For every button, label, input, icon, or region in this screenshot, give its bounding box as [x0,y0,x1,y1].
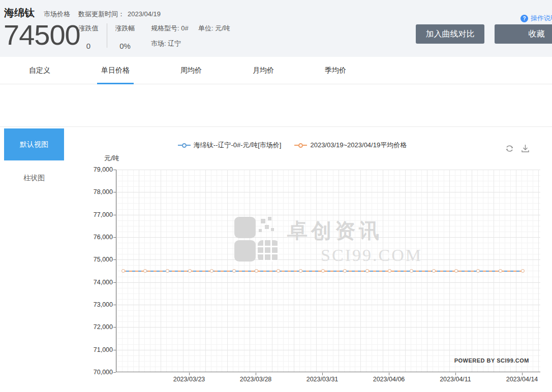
legend-marker-line [187,145,191,146]
filter-bar: 时间周期 1个月3个月1年 2023/03/19 至 2023/04/19 确定 [0,85,552,127]
add-curve-compare-button[interactable]: 加入曲线对比 [416,24,484,44]
watermark-en: SCI99.COM [321,246,422,265]
view-option-1[interactable]: 柱状图 [4,174,64,183]
data-point-marker[interactable] [321,269,325,273]
y-tick-label: 73,000 [69,301,113,308]
legend-marker-line [294,145,298,146]
y-tick-label: 72,000 [69,323,113,331]
data-point-marker[interactable] [166,269,169,273]
x-tick-mark [189,373,190,375]
x-tick-label: 2023/03/23 [164,376,214,383]
view-sidebar: 默认视图柱状图 [0,127,69,392]
update-time-label: 数据更新时间： [78,10,125,19]
data-point-marker[interactable] [343,269,347,273]
chart-legend: 海绵钛--辽宁-0#-元/吨[市场价]2023/03/19~2023/04/19… [69,141,516,150]
watermark: 卓创资讯 SCI99.COM [234,217,422,265]
data-point-marker[interactable] [388,269,391,273]
y-axis-labels: 79,00078,00077,00076,00075,00074,00073,0… [69,170,113,372]
favorite-button[interactable]: 收藏 [495,24,552,44]
update-time-value: 2023/04/19 [128,10,161,18]
data-point-marker[interactable] [188,269,192,273]
x-tick-label: 2023/04/14 [497,376,547,383]
unit-label: 单位: 元/吨 [198,24,230,33]
help-link[interactable]: ? 操作说明 [520,14,552,23]
y-tick-mark [113,305,116,305]
tab-label: 自定义 [29,66,50,75]
legend-marker-circle [298,143,303,148]
tab-label: 周均价 [180,66,202,75]
legend-item-1[interactable]: 2023/03/19~2023/04/19平均价格 [294,141,407,150]
legend-item-0[interactable]: 海绵钛--辽宁-0#-元/吨[市场价] [178,141,282,150]
x-tick-mark [455,373,456,375]
x-tick-mark [256,373,256,375]
data-point-marker[interactable] [232,269,236,273]
view-option-0[interactable]: 默认视图 [4,128,64,160]
chart-tools [505,144,530,153]
change-value: 0 [76,42,101,50]
change-pct-block: 涨跌幅 0% [113,24,137,50]
data-point-marker[interactable] [521,269,525,273]
data-point-marker[interactable] [121,269,125,273]
legend-label: 2023/03/19~2023/04/19平均价格 [310,141,407,150]
question-icon: ? [520,15,528,22]
data-point-marker[interactable] [299,269,302,273]
data-point-marker[interactable] [143,269,147,273]
y-tick-mark [113,259,116,260]
main: 默认视图柱状图 海绵钛--辽宁-0#-元/吨[市场价]2023/03/19~20… [0,127,552,392]
tab-2[interactable]: 周均价 [180,57,202,84]
powered-by-label: POWERED BY SCI99.COM [454,357,529,364]
y-tick-label: 74,000 [69,279,113,286]
y-tick-mark [113,327,116,328]
y-tick-label: 79,000 [69,166,113,173]
header: 海绵钛 市场价格 数据更新时间： 2023/04/19 ? 操作说明 74500… [0,0,552,57]
watermark-cn: 卓创资讯 [287,217,422,245]
data-point-marker[interactable] [255,269,258,273]
legend-marker-circle [182,143,187,148]
price-type-label: 市场价格 [44,10,70,19]
data-point-marker[interactable] [410,269,413,273]
data-point-marker[interactable] [210,269,213,273]
chart-card: 海绵钛--辽宁-0#-元/吨[市场价]2023/03/19~2023/04/19… [69,127,552,392]
spec-block: 规格型号: 0# 市场: 辽宁 [151,24,189,48]
data-point-marker[interactable] [277,269,280,273]
y-tick-mark [113,170,116,170]
tab-4[interactable]: 季均价 [325,57,346,84]
x-tick-mark [389,373,389,375]
y-tick-label: 78,000 [69,188,113,195]
tab-1[interactable]: 单日价格 [101,57,130,84]
data-point-marker[interactable] [432,269,436,273]
x-tick-mark [522,373,523,375]
divider [107,23,107,48]
x-tick-label: 2023/04/06 [363,376,414,383]
x-tick-label: 2023/03/31 [297,376,348,383]
tab-label: 季均价 [325,66,346,75]
x-tick-mark [322,373,323,375]
x-tick-label: 2023/04/11 [430,376,481,383]
data-point-marker[interactable] [476,269,480,273]
title-row: 海绵钛 市场价格 数据更新时间： 2023/04/19 [4,6,161,20]
data-point-marker[interactable] [499,269,502,273]
y-tick-mark [113,237,116,238]
market-name: 市场: 辽宁 [151,39,189,48]
download-icon[interactable] [520,144,530,153]
current-price: 74500 [4,18,80,51]
legend-marker-line [178,145,182,146]
y-tick-label: 70,000 [69,369,113,376]
legend-label: 海绵钛--辽宁-0#-元/吨[市场价] [194,141,282,150]
y-tick-mark [113,350,116,350]
tab-3[interactable]: 月均价 [253,57,274,84]
data-point-marker[interactable] [454,269,458,273]
tab-0[interactable]: 自定义 [29,57,50,84]
refresh-icon[interactable] [505,144,514,153]
sci99-logo [234,217,279,262]
plot-area: 卓创资讯 SCI99.COM POWERED BY SCI99.COM [116,170,540,372]
y-tick-label: 71,000 [69,346,113,353]
data-point-marker[interactable] [365,269,369,273]
change-value-label: 涨跌值 [76,24,101,33]
y-tick-mark [113,282,116,283]
active-tab-underline [97,83,134,84]
y-axis-unit: 元/吨 [104,154,119,163]
legend-marker-line [303,145,307,146]
help-link-label: 操作说明 [531,14,552,23]
change-pct-label: 涨跌幅 [113,24,137,33]
